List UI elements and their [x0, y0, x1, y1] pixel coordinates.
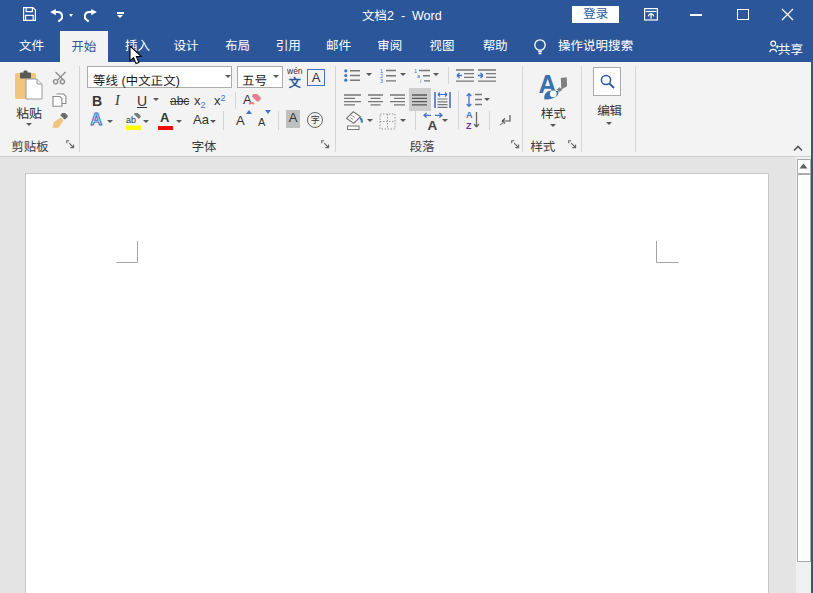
svg-text:i: i	[420, 78, 421, 83]
svg-text:A: A	[428, 118, 438, 131]
svg-text:3: 3	[380, 78, 383, 83]
svg-text:A: A	[91, 111, 103, 127]
svg-text:ab: ab	[126, 115, 136, 125]
svg-text:A: A	[466, 110, 473, 120]
svg-text:Z: Z	[466, 121, 472, 131]
